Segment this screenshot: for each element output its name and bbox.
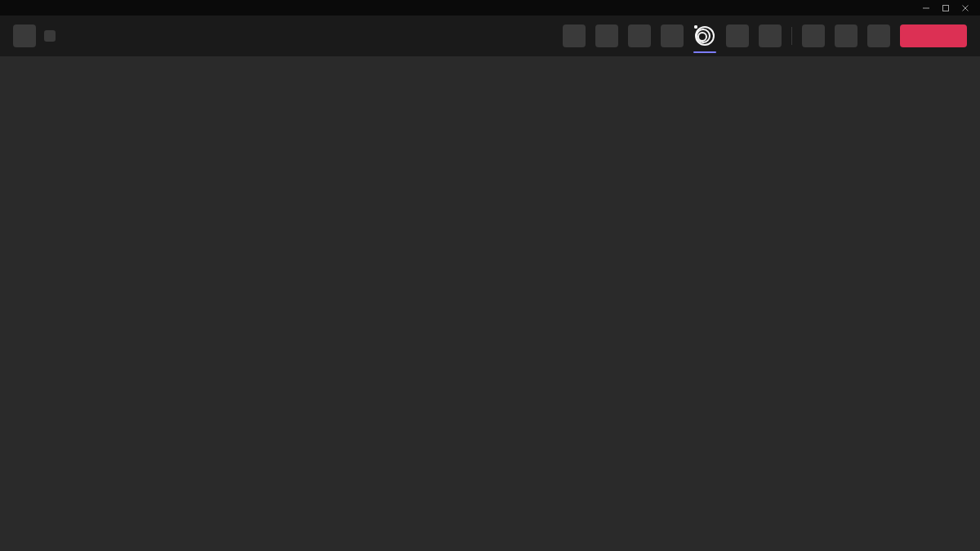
main-toolbar (0, 16, 980, 56)
toolbar-left-group (13, 24, 56, 47)
secondary-tool-button-2[interactable] (835, 24, 858, 47)
svg-rect-1 (943, 5, 949, 11)
tool-button-4[interactable] (661, 24, 684, 47)
tool-button-1[interactable] (563, 24, 586, 47)
window-minimize-button[interactable] (916, 0, 936, 16)
tool-button-6[interactable] (726, 24, 749, 47)
swirl-icon (694, 25, 715, 47)
main-content-area (0, 56, 980, 551)
tool-button-5[interactable] (693, 24, 716, 47)
tool-button-3[interactable] (628, 24, 651, 47)
maximize-icon (942, 4, 950, 12)
tool-button-2[interactable] (595, 24, 618, 47)
toolbar-divider (791, 27, 792, 45)
primary-action-button[interactable] (900, 24, 967, 47)
app-window (0, 0, 980, 551)
minimize-icon (922, 4, 930, 12)
close-icon (961, 4, 969, 12)
secondary-tool-button-1[interactable] (802, 24, 825, 47)
tool-button-7[interactable] (759, 24, 782, 47)
window-maximize-button[interactable] (936, 0, 956, 16)
secondary-menu-button[interactable] (44, 30, 56, 42)
window-titlebar (0, 0, 980, 16)
secondary-tool-button-3[interactable] (867, 24, 890, 47)
app-menu-button[interactable] (13, 24, 36, 47)
window-close-button[interactable] (956, 0, 975, 16)
toolbar-right-group (563, 24, 967, 47)
